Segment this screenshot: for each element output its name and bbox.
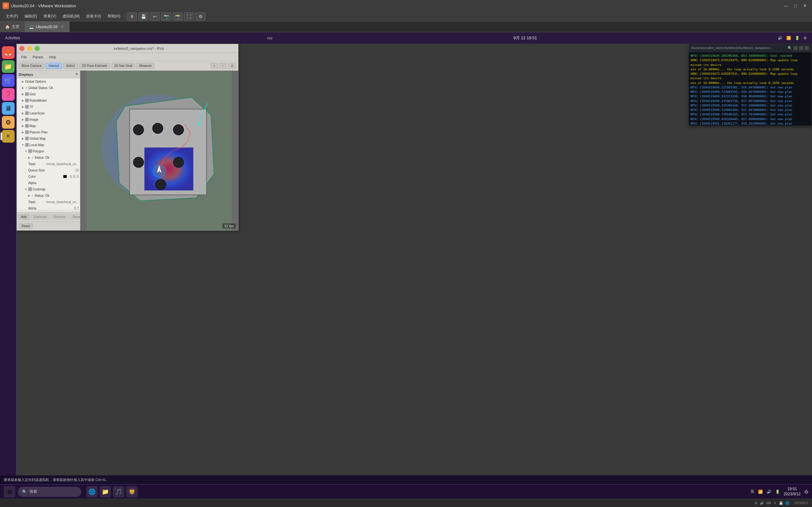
tool-interact[interactable]: Interact	[46, 63, 62, 69]
toolbar-save[interactable]: 💾	[138, 12, 148, 20]
tab-vm-close[interactable]: ✕	[60, 24, 65, 30]
tree-item-map[interactable]: ▶ ✓ Map	[17, 123, 80, 129]
tree-item-global-status[interactable]: ▶ ✓ Global Status: Ok	[17, 84, 80, 91]
checkbox-global-map[interactable]: ✓	[25, 136, 29, 140]
tree-item-tf[interactable]: ▶ ✓ TF	[17, 104, 80, 110]
displays-close-icon[interactable]: ✕	[75, 72, 78, 76]
zoom-in-btn[interactable]: +	[210, 63, 218, 69]
rviz-min-btn[interactable]	[27, 46, 32, 51]
tool-2d-nav[interactable]: 2D Nav Goal	[111, 63, 135, 69]
tree-item-global-options[interactable]: ▶ Global Options	[17, 78, 80, 84]
tool-move-camera[interactable]: Move Camera	[19, 63, 44, 69]
terminal-close-btn[interactable]: ✕	[805, 46, 809, 50]
dock-help[interactable]: ❓	[2, 88, 14, 101]
tree-item-grid[interactable]: ▶ ✓ Grid	[17, 91, 80, 97]
terminal-max-btn[interactable]: □	[799, 46, 803, 50]
toolbar-settings[interactable]: ⚙	[195, 12, 206, 20]
checkbox-polygon[interactable]: ✓	[28, 149, 32, 153]
tree-item-planner-plan[interactable]: ▶ ✓ Planner Plan	[17, 129, 80, 135]
menu-view[interactable]: 查看(V)	[40, 12, 59, 20]
rviz-indicator[interactable]: rviz	[267, 36, 272, 40]
toolbar-revert[interactable]: ↩	[150, 12, 160, 20]
menu-tabs[interactable]: 选项卡(I)	[83, 12, 104, 20]
taskbar-power[interactable]: ⏻	[804, 490, 808, 494]
vm-icon-2[interactable]: 🔊	[760, 501, 764, 505]
term-search-icon[interactable]: 🔍	[788, 46, 792, 50]
dock-files[interactable]: 📁	[2, 60, 14, 73]
dock-terminal[interactable]: 🖥	[2, 102, 14, 115]
checkbox-grid[interactable]: ✓	[25, 92, 29, 96]
terminal-min-btn[interactable]: —	[793, 46, 798, 50]
checkbox-local-map[interactable]: ✓	[25, 143, 29, 147]
checkbox-tf[interactable]: ✓	[25, 105, 29, 109]
menu-edit[interactable]: 编辑(E)	[21, 12, 40, 20]
toolbar-pause[interactable]: ⏸	[127, 12, 137, 20]
taskbar-search[interactable]: 🔍 搜索	[18, 487, 81, 497]
taskbar-app-web2[interactable]: 🦁	[126, 486, 138, 498]
tree-item-polygon[interactable]: ▼ ✓ Polygon	[17, 148, 80, 154]
minimize-button[interactable]: —	[781, 2, 791, 9]
rviz-close-btn[interactable]	[19, 46, 24, 51]
taskbar-start-button[interactable]: ⊞	[4, 486, 15, 498]
menu-vm[interactable]: 虚拟机(M)	[59, 12, 83, 20]
taskbar-app-files[interactable]: 📁	[100, 486, 111, 498]
rviz-viewport[interactable]: 31 fps	[80, 71, 238, 230]
add-display-button[interactable]: Add	[18, 214, 30, 220]
tree-item-costmap[interactable]: ▼ ✓ Costmap	[17, 186, 80, 192]
menu-file[interactable]: 文件(F)	[3, 12, 21, 20]
tree-item-image[interactable]: ▶ ✓ Image	[17, 116, 80, 123]
tool-select[interactable]: Select	[63, 63, 78, 69]
checkbox-map[interactable]: ✓	[25, 124, 29, 128]
checkbox-laserscan[interactable]: ✓	[25, 111, 29, 115]
tree-prop-polygon-color[interactable]: Color 0; 0; 0	[17, 173, 80, 180]
checkbox-image[interactable]: ✓	[25, 118, 29, 121]
tab-home[interactable]: 🏠 主页	[0, 21, 25, 32]
tree-item-global-map[interactable]: ▶ ✓ Global Map	[17, 135, 80, 142]
dock-software[interactable]: 🛒	[2, 74, 14, 87]
checkbox-planner-plan[interactable]: ✓	[25, 130, 29, 134]
tree-prop-polygon-topic[interactable]: Topic /move_base/local_co...	[17, 161, 80, 167]
toolbar-snapshot2[interactable]: 📸	[172, 12, 183, 20]
tree-prop-polygon-queue[interactable]: Queue Size 10	[17, 167, 80, 173]
vm-icon-4[interactable]: 🖱	[773, 501, 776, 505]
toolbar-snapshot1[interactable]: 📷	[161, 12, 171, 20]
taskbar-app-browser[interactable]: 🌐	[86, 486, 98, 498]
rename-button[interactable]: Rename	[70, 214, 80, 220]
rviz-menu-help[interactable]: Help	[46, 54, 59, 60]
tree-prop-polygon-alpha[interactable]: Alpha	[17, 180, 80, 186]
dock-settings[interactable]: ⚙	[2, 116, 14, 129]
tree-item-laserscan[interactable]: ▶ ✓ LaserScan	[17, 110, 80, 116]
taskbar-volume[interactable]: 🔊	[767, 490, 771, 494]
displays-tree[interactable]: ▶ Global Options ▶ ✓ Global Status: Ok	[17, 78, 80, 210]
dock-rviz[interactable]: R	[2, 130, 14, 143]
vm-icon-1[interactable]: 🖥	[754, 501, 757, 505]
menu-help[interactable]: 帮助(H)	[104, 12, 124, 20]
tree-prop-costmap-alpha[interactable]: Alpha 0.7	[17, 205, 80, 210]
taskbar-time[interactable]: 19:51 2023/9/12	[784, 487, 801, 497]
taskbar-app-media[interactable]: 🎵	[113, 486, 124, 498]
duplicate-button[interactable]: Duplicate	[31, 214, 50, 220]
tool-2d-pose[interactable]: 2D Pose Estimate	[79, 63, 110, 69]
tree-item-robotmodel[interactable]: ▶ ✓ RobotModel	[17, 97, 80, 104]
vm-network-icon[interactable]: 🌐	[785, 501, 789, 505]
zoom-reset-btn[interactable]: ⊙	[228, 63, 236, 69]
settings-icon[interactable]: ⚙	[803, 36, 807, 40]
rviz-max-btn[interactable]	[35, 46, 40, 51]
tool-measure[interactable]: Measure	[136, 63, 154, 69]
checkbox-costmap[interactable]: ✓	[28, 187, 32, 191]
taskbar-battery[interactable]: 🔋	[775, 490, 780, 494]
vm-icon-5[interactable]: 💾	[779, 501, 783, 505]
taskbar-lang[interactable]: 英	[751, 489, 754, 494]
rviz-menu-panels[interactable]: Panels	[30, 54, 46, 60]
close-button[interactable]: ✕	[801, 2, 809, 9]
dock-firefox[interactable]: 🦊	[2, 46, 14, 59]
tree-prop-costmap-topic[interactable]: Topic /move_base/local_co...	[17, 199, 80, 205]
maximize-button[interactable]: □	[791, 2, 800, 9]
activities-label[interactable]: Activities	[5, 36, 20, 40]
vm-icon-3[interactable]: ⌨	[766, 501, 771, 505]
tree-item-local-map[interactable]: ▼ ✓ Local Map	[17, 142, 80, 148]
tab-vm[interactable]: 💻 Ubuntu20.04 ✕	[25, 21, 69, 32]
zoom-out-btn[interactable]: −	[219, 63, 227, 69]
checkbox-robotmodel[interactable]: ✓	[25, 99, 29, 102]
taskbar-network[interactable]: 📶	[758, 490, 763, 494]
